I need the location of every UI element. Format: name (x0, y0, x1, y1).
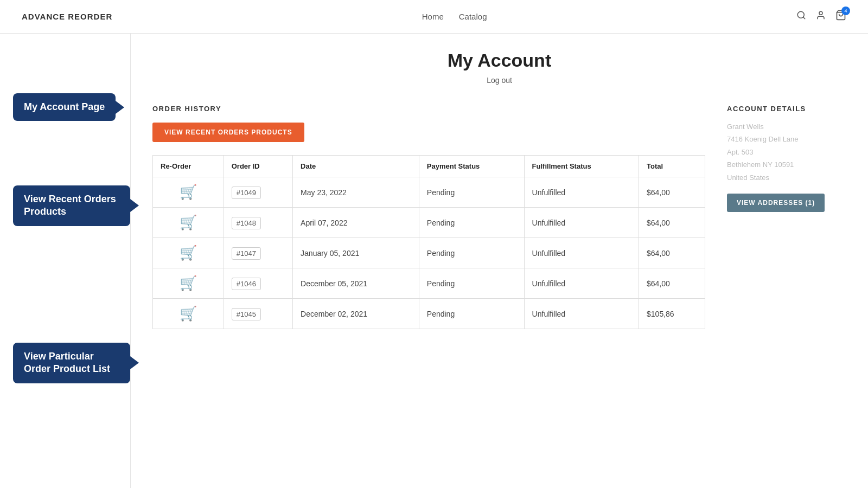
col-total: Total (639, 156, 705, 177)
table-body: 🛒 #1049 May 23, 2022 Pending Unfulfilled… (153, 177, 705, 329)
cell-payment-status: Pending (419, 208, 524, 238)
order-id-badge: #1048 (232, 217, 261, 229)
order-id-badge: #1046 (232, 278, 261, 290)
cell-payment-status: Pending (419, 268, 524, 299)
content-columns: ORDER HISTORY VIEW RECENT ORDERS PRODUCT… (152, 105, 846, 329)
cell-total: $64,00 (639, 268, 705, 299)
order-id-badge: #1049 (232, 187, 261, 199)
cell-order-id[interactable]: #1048 (224, 208, 292, 238)
cell-date: January 05, 2021 (293, 238, 419, 268)
page-wrapper: My Account Page View Recent Orders Produ… (0, 34, 868, 488)
order-id-badge: #1047 (232, 247, 261, 260)
cart-badge: 4 (841, 7, 850, 15)
account-info-line: United States (727, 171, 846, 184)
annotation-panel: My Account Page View Recent Orders Produ… (0, 34, 130, 488)
table-header-row: Re-Order Order ID Date Payment Status Fu… (153, 156, 705, 177)
annotation-my-account: My Account Page (13, 93, 116, 121)
navbar: ADVANCE REORDER Home Catalog 4 (0, 0, 868, 34)
account-icon[interactable] (816, 10, 826, 23)
logout-link[interactable]: Log out (487, 76, 512, 85)
table-row: 🛒 #1049 May 23, 2022 Pending Unfulfilled… (153, 177, 705, 208)
orders-table: Re-Order Order ID Date Payment Status Fu… (152, 155, 705, 329)
cell-fulfillment-status: Unfulfilled (524, 177, 639, 208)
col-order-id: Order ID (224, 156, 292, 177)
account-info: Grant Wells7416 Koenig Dell LaneApt. 503… (727, 120, 846, 184)
main-content: My Account Log out ORDER HISTORY VIEW RE… (130, 34, 868, 488)
cart-icon[interactable]: 4 (835, 10, 846, 23)
cell-fulfillment-status: Unfulfilled (524, 238, 639, 268)
cell-order-id[interactable]: #1049 (224, 177, 292, 208)
account-info-line: Apt. 503 (727, 146, 846, 158)
cell-payment-status: Pending (419, 299, 524, 329)
col-reorder: Re-Order (153, 156, 224, 177)
table-row: 🛒 #1046 December 05, 2021 Pending Unfulf… (153, 268, 705, 299)
table-row: 🛒 #1047 January 05, 2021 Pending Unfulfi… (153, 238, 705, 268)
cell-date: April 07, 2022 (293, 208, 419, 238)
cell-reorder-icon[interactable]: 🛒 (153, 299, 224, 329)
view-particular-badge: View Particular Order Product List (13, 343, 130, 383)
table-row: 🛒 #1048 April 07, 2022 Pending Unfulfill… (153, 208, 705, 238)
nav-catalog[interactable]: Catalog (459, 12, 487, 21)
my-account-badge: My Account Page (13, 93, 116, 121)
cell-order-id[interactable]: #1047 (224, 238, 292, 268)
account-details-section: ACCOUNT DETAILS Grant Wells7416 Koenig D… (727, 105, 846, 212)
col-payment-status: Payment Status (419, 156, 524, 177)
page-title: My Account (152, 50, 846, 71)
account-details-heading: ACCOUNT DETAILS (727, 105, 846, 113)
account-info-line: 7416 Koenig Dell Lane (727, 133, 846, 145)
annotation-view-recent: View Recent Orders Products (13, 185, 130, 226)
cell-fulfillment-status: Unfulfilled (524, 268, 639, 299)
svg-point-2 (819, 11, 822, 15)
table-head: Re-Order Order ID Date Payment Status Fu… (153, 156, 705, 177)
cell-total: $64,00 (639, 208, 705, 238)
cell-fulfillment-status: Unfulfilled (524, 208, 639, 238)
order-history-section: ORDER HISTORY VIEW RECENT ORDERS PRODUCT… (152, 105, 705, 329)
cell-reorder-icon[interactable]: 🛒 (153, 177, 224, 208)
cell-reorder-icon[interactable]: 🛒 (153, 238, 224, 268)
cell-reorder-icon[interactable]: 🛒 (153, 268, 224, 299)
cell-reorder-icon[interactable]: 🛒 (153, 208, 224, 238)
svg-line-1 (803, 17, 805, 18)
view-recent-orders-button[interactable]: VIEW RECENT ORDERS PRODUCTS (152, 123, 304, 142)
cell-total: $64,00 (639, 177, 705, 208)
col-fulfillment-status: Fulfillment Status (524, 156, 639, 177)
cell-date: December 05, 2021 (293, 268, 419, 299)
cell-payment-status: Pending (419, 238, 524, 268)
cell-total: $64,00 (639, 238, 705, 268)
nav-home[interactable]: Home (422, 12, 444, 21)
cell-fulfillment-status: Unfulfilled (524, 299, 639, 329)
cell-payment-status: Pending (419, 177, 524, 208)
view-recent-badge: View Recent Orders Products (13, 185, 130, 226)
order-id-badge: #1045 (232, 308, 261, 320)
account-info-line: Grant Wells (727, 120, 846, 133)
cell-order-id[interactable]: #1046 (224, 268, 292, 299)
view-addresses-button[interactable]: VIEW ADDRESSES (1) (727, 194, 825, 212)
table-row: 🛒 #1045 December 02, 2021 Pending Unfulf… (153, 299, 705, 329)
annotation-view-particular: View Particular Order Product List (13, 343, 130, 383)
nav-links: Home Catalog (422, 12, 487, 21)
cell-total: $105,86 (639, 299, 705, 329)
order-history-heading: ORDER HISTORY (152, 105, 705, 113)
account-info-line: Bethlehem NY 10591 (727, 158, 846, 171)
logout-section: Log out (152, 75, 846, 85)
cell-date: May 23, 2022 (293, 177, 419, 208)
col-date: Date (293, 156, 419, 177)
cell-order-id[interactable]: #1045 (224, 299, 292, 329)
cell-date: December 02, 2021 (293, 299, 419, 329)
search-icon[interactable] (796, 10, 806, 23)
brand-logo: ADVANCE REORDER (22, 12, 112, 21)
nav-icons: 4 (796, 10, 846, 23)
